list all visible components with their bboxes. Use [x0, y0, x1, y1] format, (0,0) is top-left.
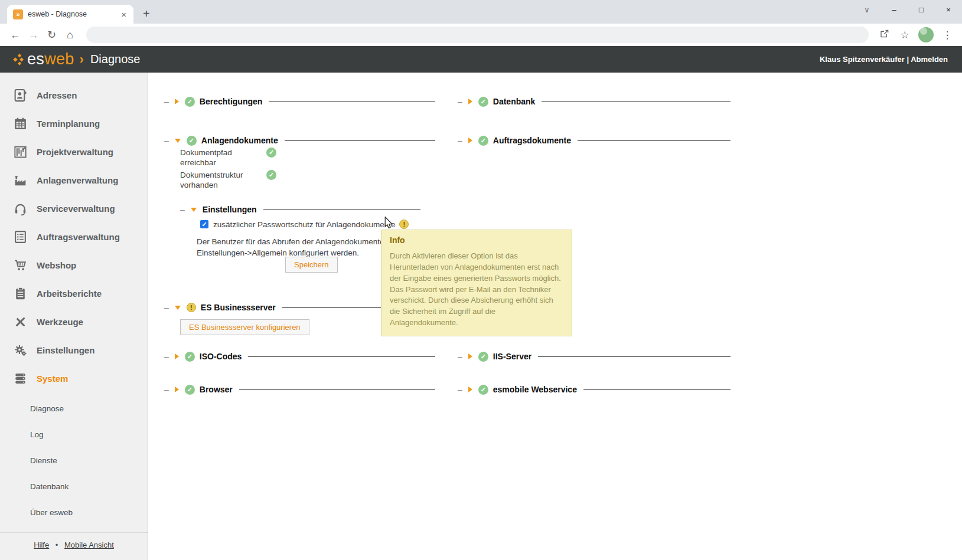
section-title: Anlagendokumente [201, 136, 278, 145]
section-browser: – ✓ Browser [164, 383, 435, 396]
tooltip-body: Durch Aktivieren dieser Option ist das H… [390, 251, 563, 329]
sidebar-subitem-dienste[interactable]: Dienste [0, 448, 148, 474]
expand-arrow-icon[interactable] [175, 353, 179, 359]
section-einstellungen: – Einstellungen [180, 203, 420, 216]
sidebar-item-einstellungen[interactable]: Einstellungen [0, 336, 148, 364]
collapse-dash[interactable]: – [164, 352, 169, 361]
passwortschutz-checkbox[interactable]: ✓ [200, 220, 208, 228]
expand-arrow-icon[interactable] [468, 353, 472, 359]
sidebar-item-label: Terminplanung [37, 119, 100, 129]
tab-search-icon[interactable]: ∨ [853, 0, 881, 20]
status-ok-icon: ✓ [478, 385, 488, 395]
logout-link[interactable]: Abmelden [911, 55, 948, 64]
bookmark-star-icon[interactable]: ☆ [896, 29, 914, 41]
collapse-dash[interactable]: – [458, 352, 462, 361]
tab-close-icon[interactable]: × [119, 9, 129, 19]
sidebar-item-label: Auftragsverwaltung [37, 232, 120, 242]
collapse-arrow-icon[interactable] [191, 208, 197, 212]
collapse-dash[interactable]: – [458, 385, 462, 394]
sidebar-item-webshop[interactable]: Webshop [0, 251, 148, 279]
status-ok-icon: ✓ [185, 385, 195, 395]
collapse-dash[interactable]: – [164, 97, 169, 106]
collapse-arrow-icon[interactable] [175, 139, 181, 143]
sidebar-subitem-log[interactable]: Log [0, 422, 148, 448]
section-title: ISO-Codes [200, 352, 242, 361]
sidebar-item-projektverwaltung[interactable]: Projektverwaltung [0, 137, 148, 166]
home-icon[interactable]: ⌂ [61, 29, 79, 41]
section-rule [538, 356, 731, 357]
speichern-button[interactable]: Speichern [285, 257, 338, 273]
es-businessserver-konfigurieren-button[interactable]: ES Businessserver konfigurieren [180, 319, 309, 335]
expand-arrow-icon[interactable] [175, 99, 179, 104]
expand-arrow-icon[interactable] [468, 387, 472, 392]
section-title: Auftragsdokumente [493, 136, 571, 145]
sidebar-subitem-diagnose[interactable]: Diagnose [0, 396, 148, 422]
browser-titlebar: » esweb - Diagnose × + ∨ – □ × [0, 0, 962, 24]
section-rule [578, 140, 731, 141]
expand-arrow-icon[interactable] [468, 99, 472, 104]
sidebar-item-adressen[interactable]: Adressen [0, 81, 148, 109]
hilfe-link[interactable]: Hilfe [34, 541, 49, 549]
user-name: Klaus Spitzenverkäufer [820, 55, 905, 64]
info-icon[interactable]: ! [399, 220, 409, 229]
sidebar-item-label: Serviceverwaltung [37, 204, 115, 214]
section-datenbank: – ✓ Datenbank [458, 95, 731, 108]
forward-icon[interactable]: → [24, 29, 43, 41]
browser-toolbar: ← → ↻ ⌂ ☆ ⋮ [0, 24, 962, 46]
sidebar-item-arbeitsberichte[interactable]: Arbeitsberichte [0, 279, 148, 307]
sidebar-subitem-datenbank[interactable]: Datenbank [0, 474, 148, 500]
share-icon[interactable] [876, 28, 893, 42]
expand-arrow-icon[interactable] [468, 137, 472, 143]
collapse-dash[interactable]: – [164, 136, 169, 145]
gantt-chart-icon [12, 144, 28, 159]
status-ok-icon: ✓ [185, 97, 195, 107]
sidebar-item-werkzeuge[interactable]: Werkzeuge [0, 307, 148, 336]
maximize-icon[interactable]: □ [908, 0, 935, 20]
toolbar-right: ☆ ⋮ [876, 27, 956, 42]
section-iis-server: – ✓ IIS-Server [458, 350, 731, 363]
collapse-dash[interactable]: – [164, 303, 169, 312]
collapse-dash[interactable]: – [458, 97, 462, 106]
server-stack-icon [12, 371, 28, 386]
address-bar[interactable] [86, 27, 869, 43]
footer-separator: • [56, 541, 58, 549]
browser-menu-icon[interactable]: ⋮ [938, 29, 956, 41]
sidebar-item-label: Webshop [37, 260, 76, 270]
sidebar-item-label: Anlagenverwaltung [37, 175, 118, 185]
new-tab-button[interactable]: + [143, 7, 150, 21]
section-rule [248, 356, 435, 357]
minimize-icon[interactable]: – [881, 0, 908, 20]
sidebar-item-label: Arbeitsberichte [37, 289, 102, 299]
section-anlagendokumente: – ✓ Anlagendokumente [164, 134, 435, 147]
factory-icon [12, 172, 28, 188]
sidebar-item-serviceverwaltung[interactable]: Serviceverwaltung [0, 194, 148, 222]
back-icon[interactable]: ← [6, 29, 24, 41]
sidebar-subitem-ueber-esweb[interactable]: Über esweb [0, 500, 148, 526]
profile-avatar[interactable] [918, 27, 934, 42]
window-close-icon[interactable]: × [935, 0, 962, 20]
section-title: Datenbank [493, 97, 536, 106]
check-row-dokumentpfad: Dokumentpfad erreichbar ✓ [180, 148, 281, 168]
section-title: ES Businessserver [201, 303, 276, 312]
esweb-logo[interactable]: esweb [13, 50, 74, 68]
expand-arrow-icon[interactable] [175, 387, 179, 392]
mobile-ansicht-link[interactable]: Mobile Ansicht [64, 541, 114, 549]
collapse-arrow-icon[interactable] [175, 306, 181, 310]
collapse-dash[interactable]: – [180, 205, 185, 214]
sidebar-item-system[interactable]: System [0, 364, 148, 392]
sidebar-item-anlagenverwaltung[interactable]: Anlagenverwaltung [0, 166, 148, 194]
sidebar-item-label: Projektverwaltung [37, 147, 113, 157]
status-ok-icon: ✓ [266, 148, 276, 158]
collapse-dash[interactable]: – [458, 136, 462, 145]
browser-tab[interactable]: » esweb - Diagnose × [7, 5, 133, 24]
headset-icon [12, 201, 28, 216]
page-title: Diagnose [90, 53, 141, 66]
reload-icon[interactable]: ↻ [43, 28, 61, 41]
status-ok-icon: ✓ [478, 136, 488, 146]
collapse-dash[interactable]: – [164, 385, 169, 394]
sidebar-item-terminplanung[interactable]: Terminplanung [0, 109, 148, 137]
sidebar: Adressen Terminplanung Projektverwaltung… [0, 73, 148, 560]
section-berechtigungen: – ✓ Berechtigungen [164, 95, 435, 108]
sidebar-item-auftragsverwaltung[interactable]: Auftragsverwaltung [0, 222, 148, 251]
user-divider: | [906, 55, 909, 64]
